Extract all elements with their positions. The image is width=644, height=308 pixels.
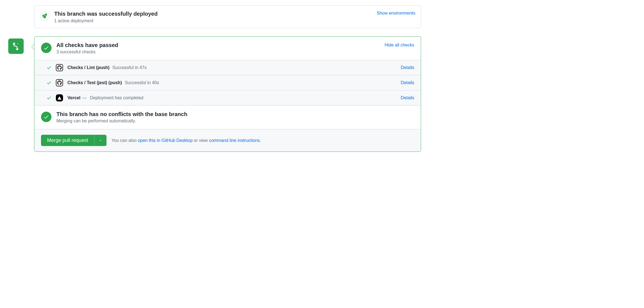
check-status: Successful in 40s	[125, 80, 159, 85]
check-name: Checks / Test (jest) (push)	[67, 80, 122, 85]
check-name: Vercel	[67, 95, 80, 100]
footer-post: .	[260, 138, 261, 143]
check-separator: —	[82, 95, 87, 100]
check-status: Successful in 47s	[112, 65, 147, 70]
check-details-link[interactable]: Details	[401, 95, 414, 100]
check-icon	[47, 80, 51, 85]
checks-summary-subtitle: 3 successful checks	[56, 50, 380, 54]
check-icon	[47, 95, 51, 100]
rocket-icon	[40, 11, 49, 21]
merge-footer: Merge pull request You can also open thi…	[34, 129, 421, 152]
github-actions-icon	[56, 64, 63, 71]
check-row: Checks / Lint (push) Successful in 47s D…	[34, 60, 421, 75]
check-status: Deployment has completed	[90, 95, 143, 100]
no-conflicts-title: This branch has no conflicts with the ba…	[56, 111, 414, 117]
check-details-link[interactable]: Details	[401, 80, 414, 85]
merge-button-group: Merge pull request	[41, 135, 107, 146]
check-row: Vercel — Deployment has completed Detail…	[34, 90, 421, 105]
merge-status-row: All checks have passed 3 successful chec…	[8, 36, 421, 152]
deployment-status-box: This branch was successfully deployed 1 …	[34, 6, 421, 28]
check-name: Checks / Lint (push)	[67, 65, 110, 70]
deployment-body: This branch was successfully deployed 1 …	[54, 10, 372, 23]
panel-pointer	[31, 44, 34, 50]
deployment-subtitle: 1 active deployment	[54, 18, 372, 23]
check-circle-icon	[41, 43, 51, 53]
github-actions-icon	[56, 79, 63, 86]
merge-panel: All checks have passed 3 successful chec…	[34, 36, 421, 152]
caret-down-icon	[99, 139, 102, 142]
checks-list: Checks / Lint (push) Successful in 47s D…	[34, 60, 421, 105]
hide-all-checks-link[interactable]: Hide all checks	[384, 43, 414, 48]
merge-footer-text: You can also open this in GitHub Desktop…	[111, 138, 261, 143]
checks-summary-title: All checks have passed	[56, 42, 380, 48]
footer-mid: or view	[193, 138, 209, 143]
merge-pull-request-button[interactable]: Merge pull request	[41, 135, 94, 146]
footer-pre: You can also	[111, 138, 138, 143]
merge-options-dropdown[interactable]	[94, 135, 107, 146]
vercel-icon	[56, 94, 63, 101]
check-icon	[47, 65, 51, 70]
check-details-link[interactable]: Details	[401, 65, 414, 70]
check-circle-icon	[41, 112, 51, 122]
open-github-desktop-link[interactable]: open this in GitHub Desktop	[138, 138, 193, 143]
deployment-title: This branch was successfully deployed	[54, 10, 372, 17]
check-row: Checks / Test (jest) (push) Successful i…	[34, 75, 421, 90]
checks-summary-section: All checks have passed 3 successful chec…	[34, 37, 421, 60]
git-merge-icon	[8, 38, 24, 54]
no-conflicts-section: This branch has no conflicts with the ba…	[34, 105, 421, 129]
show-environments-link[interactable]: Show environments	[376, 11, 415, 16]
command-line-instructions-link[interactable]: command line instructions	[209, 138, 260, 143]
no-conflicts-subtitle: Merging can be performed automatically.	[56, 119, 414, 123]
